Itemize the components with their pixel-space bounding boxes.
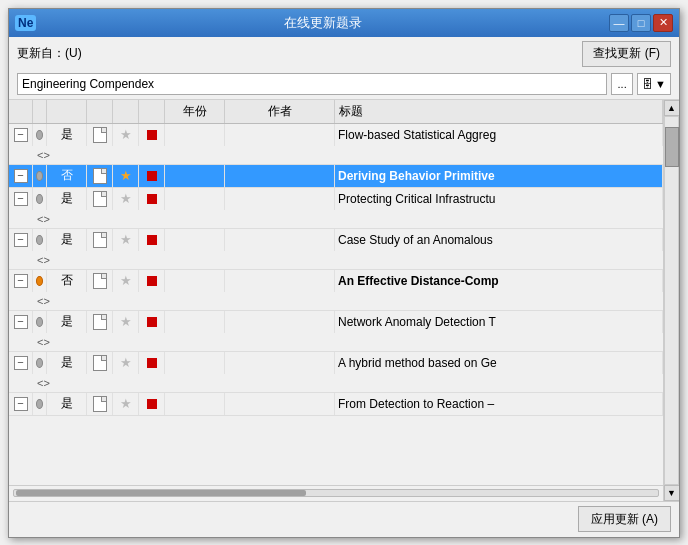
table-row[interactable]: −是★Protecting Critical Infrastructu	[9, 188, 663, 210]
h-scroll-track[interactable]	[13, 489, 659, 497]
expand-cell[interactable]: −	[9, 229, 33, 251]
yes-label: 是	[59, 231, 75, 248]
expand-cell[interactable]: −	[9, 311, 33, 333]
star-icon[interactable]: ★	[120, 168, 132, 183]
status-circle-cell	[33, 270, 47, 292]
status-circle	[36, 130, 43, 140]
no-label: 否	[59, 167, 75, 184]
author-cell	[225, 188, 335, 210]
window-controls: — □ ✕	[609, 14, 673, 32]
yesno-cell: 否	[47, 270, 87, 292]
table-body: −是★Flow-based Statistical Aggreg<>−否★Der…	[9, 124, 663, 485]
table-row[interactable]: −是★Flow-based Statistical Aggreg	[9, 124, 663, 146]
close-button[interactable]: ✕	[653, 14, 673, 32]
table-area: 年份 作者 标题 −是★Flow-based Statistical Aggre…	[9, 100, 679, 501]
red-flag-icon	[147, 317, 157, 327]
apply-update-button[interactable]: 应用更新 (A)	[578, 506, 671, 532]
star-icon[interactable]: ★	[120, 396, 132, 411]
doc-icon-cell[interactable]	[87, 124, 113, 146]
star-cell[interactable]: ★	[113, 229, 139, 251]
expand-cell[interactable]: −	[9, 393, 33, 415]
doc-icon-cell[interactable]	[87, 188, 113, 210]
collapse-button[interactable]: −	[14, 128, 28, 142]
status-circle-cell	[33, 165, 47, 187]
title-cell: Network Anomaly Detection T	[335, 311, 663, 333]
database-search-input[interactable]	[17, 73, 607, 95]
expand-cell[interactable]: −	[9, 124, 33, 146]
document-icon	[93, 273, 107, 289]
scroll-down-button[interactable]: ▼	[664, 485, 680, 501]
horizontal-scrollbar[interactable]	[9, 485, 663, 501]
col-circle	[33, 100, 47, 123]
flag-cell[interactable]	[139, 124, 165, 146]
doc-icon-cell[interactable]	[87, 229, 113, 251]
star-cell[interactable]: ★	[113, 393, 139, 415]
collapse-button[interactable]: −	[14, 192, 28, 206]
table-row[interactable]: −否★An Effective Distance-Comp	[9, 270, 663, 292]
collapse-button[interactable]: −	[14, 315, 28, 329]
doc-icon-cell[interactable]	[87, 311, 113, 333]
collapse-button[interactable]: −	[14, 233, 28, 247]
star-icon[interactable]: ★	[120, 232, 132, 247]
author-cell	[225, 124, 335, 146]
flag-cell[interactable]	[139, 311, 165, 333]
scroll-track[interactable]	[664, 116, 679, 485]
star-icon[interactable]: ★	[120, 355, 132, 370]
scroll-up-button[interactable]: ▲	[664, 100, 680, 116]
flag-cell[interactable]	[139, 393, 165, 415]
table-row[interactable]: −否★Deriving Behavior Primitive	[9, 165, 663, 187]
sub-row-text: <>	[37, 377, 663, 389]
h-scroll-thumb[interactable]	[16, 490, 306, 496]
star-cell[interactable]: ★	[113, 352, 139, 374]
collapse-button[interactable]: −	[14, 397, 28, 411]
row-group: −否★Deriving Behavior Primitive	[9, 165, 663, 188]
star-cell[interactable]: ★	[113, 311, 139, 333]
star-cell[interactable]: ★	[113, 165, 139, 187]
flag-cell[interactable]	[139, 270, 165, 292]
flag-cell[interactable]	[139, 352, 165, 374]
table-row[interactable]: −是★Network Anomaly Detection T	[9, 311, 663, 333]
collapse-button[interactable]: −	[14, 169, 28, 183]
expand-cell[interactable]: −	[9, 165, 33, 187]
sub-row: <>	[9, 333, 663, 351]
flag-cell[interactable]	[139, 188, 165, 210]
doc-icon-cell[interactable]	[87, 352, 113, 374]
expand-cell[interactable]: −	[9, 270, 33, 292]
status-circle-cell	[33, 188, 47, 210]
table-row[interactable]: −是★A hybrid method based on Ge	[9, 352, 663, 374]
sub-row: <>	[9, 251, 663, 269]
star-icon[interactable]: ★	[120, 191, 132, 206]
flag-cell[interactable]	[139, 165, 165, 187]
database-select-button[interactable]: 🗄 ▼	[637, 73, 671, 95]
collapse-button[interactable]: −	[14, 274, 28, 288]
star-cell[interactable]: ★	[113, 270, 139, 292]
document-icon	[93, 232, 107, 248]
yesno-cell: 是	[47, 393, 87, 415]
scroll-thumb[interactable]	[665, 127, 679, 167]
title-cell: An Effective Distance-Comp	[335, 270, 663, 292]
browse-button[interactable]: ...	[611, 73, 633, 95]
expand-cell[interactable]: −	[9, 352, 33, 374]
star-cell[interactable]: ★	[113, 124, 139, 146]
star-cell[interactable]: ★	[113, 188, 139, 210]
yesno-cell: 是	[47, 188, 87, 210]
doc-icon-cell[interactable]	[87, 393, 113, 415]
doc-icon-cell[interactable]	[87, 270, 113, 292]
doc-icon-cell[interactable]	[87, 165, 113, 187]
star-icon[interactable]: ★	[120, 273, 132, 288]
document-icon	[93, 396, 107, 412]
find-update-button[interactable]: 查找更新 (F)	[582, 41, 671, 67]
star-icon[interactable]: ★	[120, 314, 132, 329]
table-row[interactable]: −是★From Detection to Reaction –	[9, 393, 663, 415]
year-cell	[165, 311, 225, 333]
minimize-button[interactable]: —	[609, 14, 629, 32]
status-circle	[36, 276, 43, 286]
restore-button[interactable]: □	[631, 14, 651, 32]
flag-cell[interactable]	[139, 229, 165, 251]
collapse-button[interactable]: −	[14, 356, 28, 370]
title-cell: A hybrid method based on Ge	[335, 352, 663, 374]
table-row[interactable]: −是★Case Study of an Anomalous	[9, 229, 663, 251]
star-icon[interactable]: ★	[120, 127, 132, 142]
expand-cell[interactable]: −	[9, 188, 33, 210]
year-cell	[165, 270, 225, 292]
